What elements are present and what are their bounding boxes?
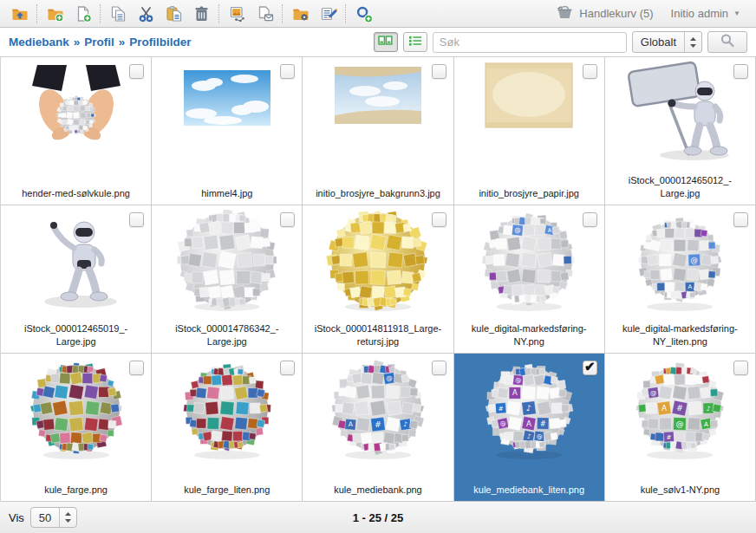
file-name: hender-med-sølvkule.png xyxy=(1,187,151,199)
media-tile[interactable]: @A#♪kule_mediebank.png xyxy=(303,354,453,502)
file-name: iStock_000014811918_Large-retursj.jpg xyxy=(303,322,453,348)
media-tile[interactable]: hender-med-sølvkule.png xyxy=(1,57,152,205)
svg-text:@: @ xyxy=(386,374,393,382)
svg-text:♪: ♪ xyxy=(403,420,407,428)
media-tile[interactable]: initio_brosjyre_papir.jpg xyxy=(454,57,605,205)
svg-text:@: @ xyxy=(537,433,543,440)
breadcrumb-link[interactable]: Mediebank xyxy=(9,36,69,49)
file-name: kule_sølv1-NY.png xyxy=(605,484,755,496)
svg-text:A: A xyxy=(548,227,552,234)
trash-button[interactable] xyxy=(187,3,215,25)
media-tile[interactable]: iStock_000014786342_-Large.jpg xyxy=(152,205,303,354)
svg-text:A: A xyxy=(526,419,531,428)
thumbnail-cubesphere-silver xyxy=(162,210,292,317)
document-add-icon xyxy=(74,5,92,23)
list-view-button[interactable] xyxy=(403,32,427,52)
thumbnail-cubesphere-color-small xyxy=(162,358,292,465)
publish-icon xyxy=(228,5,246,23)
media-tile[interactable]: kule_farge.png xyxy=(1,354,152,502)
folder-add-button[interactable] xyxy=(41,3,68,25)
media-tile[interactable]: iStock_000014811918_Large-retursj.jpg xyxy=(303,205,453,354)
media-tile[interactable]: himmel4.jpg xyxy=(152,57,303,205)
toolbar-separator xyxy=(218,4,219,23)
breadcrumb-link[interactable]: Profilbilder xyxy=(129,36,191,49)
paste-button[interactable] xyxy=(160,3,187,25)
toolbar-group xyxy=(5,3,33,25)
folder-add-icon xyxy=(46,5,64,23)
svg-text:A: A xyxy=(688,283,693,290)
tile-checkbox[interactable] xyxy=(583,212,597,227)
breadcrumb-separator: » xyxy=(119,36,126,49)
media-tile[interactable]: @Akule_digital-markedsføring-NY.png xyxy=(454,205,605,354)
tile-checkbox[interactable] xyxy=(129,361,144,375)
search-button[interactable] xyxy=(707,31,747,53)
svg-text:♪: ♪ xyxy=(526,403,531,413)
page-size-value: 50 xyxy=(39,511,51,524)
media-tile[interactable]: kule_farge_liten.png xyxy=(152,354,303,502)
page-size-select[interactable]: 50 xyxy=(30,507,77,528)
svg-text:A: A xyxy=(349,420,354,428)
toolbar-group xyxy=(286,3,342,25)
document-edit-button[interactable] xyxy=(314,3,342,25)
tile-checkbox[interactable] xyxy=(280,212,295,227)
tile-checkbox[interactable] xyxy=(129,212,144,227)
search-add-button[interactable] xyxy=(349,3,377,25)
mail-document-button[interactable] xyxy=(251,3,278,25)
tile-checkbox[interactable] xyxy=(280,64,295,79)
folder-settings-button[interactable] xyxy=(286,3,314,25)
toolbar-separator xyxy=(345,4,346,23)
file-name: initio_brosjyre_bakgrunn3.jpg xyxy=(303,187,453,199)
file-name: kule_digital-markedsføring-NY.png xyxy=(454,322,604,348)
media-tile[interactable]: @A#♪@A#kule_sølv1-NY.png xyxy=(605,354,756,502)
file-name: iStock_000012465019_-Large.jpg xyxy=(1,322,151,348)
document-edit-icon xyxy=(319,5,337,23)
tile-checkbox[interactable] xyxy=(432,212,446,227)
tile-checkbox[interactable] xyxy=(583,64,597,79)
thumbnail-cubesphere-gold xyxy=(313,210,443,317)
svg-text:#: # xyxy=(676,403,683,413)
file-name: kule_mediebank_liten.png xyxy=(454,484,604,496)
cut-icon xyxy=(137,5,155,23)
folder-settings-icon xyxy=(291,5,310,23)
thumbnail-cubesphere-icons-small: @A#♪@A#♪@ xyxy=(464,358,594,465)
tile-checkbox[interactable] xyxy=(733,212,748,227)
tile-checkbox[interactable] xyxy=(733,361,748,375)
grid-view-button[interactable] xyxy=(374,32,398,52)
media-tile[interactable]: @Akule_digital-markedsføring-NY_liten.pn… xyxy=(605,205,756,354)
file-name: himmel4.jpg xyxy=(152,187,302,199)
list-view-icon xyxy=(408,35,422,49)
media-tile[interactable]: iStock_000012465019_-Large.jpg xyxy=(1,205,152,354)
svg-text:A: A xyxy=(662,404,668,413)
paste-icon xyxy=(165,5,183,23)
svg-text:♪: ♪ xyxy=(527,432,531,440)
cut-button[interactable] xyxy=(132,3,160,25)
svg-text:A: A xyxy=(512,388,518,397)
breadcrumb-link[interactable]: Profil xyxy=(84,36,114,49)
scope-value: Globalt xyxy=(641,36,676,49)
tile-checkbox[interactable] xyxy=(280,361,295,375)
tile-checkbox[interactable] xyxy=(129,64,144,79)
tile-checkbox[interactable] xyxy=(432,361,446,375)
media-tile[interactable]: ✔@A#♪@A#♪@kule_mediebank_liten.png xyxy=(454,354,605,502)
toolbar-group xyxy=(41,3,96,25)
document-add-button[interactable] xyxy=(68,3,96,25)
folder-upload-button[interactable] xyxy=(5,3,33,25)
publish-button[interactable] xyxy=(223,3,251,25)
copy-button[interactable] xyxy=(104,3,132,25)
svg-text:@: @ xyxy=(515,377,521,384)
user-menu[interactable]: Initio admin ▼ xyxy=(671,7,740,20)
file-name: iStock_000012465012_-Large.jpg xyxy=(605,174,755,199)
thumbnail-cubesphere-icons-color: @A#♪@A# xyxy=(615,358,745,465)
user-label: Initio admin xyxy=(671,7,728,20)
search-input[interactable] xyxy=(433,32,627,53)
thumbnail-cubesphere-icons: @A#♪ xyxy=(313,358,443,465)
toolbar-buttons xyxy=(5,3,377,25)
tile-checkbox[interactable] xyxy=(432,64,446,79)
media-tile[interactable]: iStock_000012465012_-Large.jpg xyxy=(605,57,756,205)
basket-button[interactable]: Handlekurv (5) xyxy=(556,4,653,23)
svg-text:@: @ xyxy=(650,389,656,397)
media-tile[interactable]: initio_brosjyre_bakgrunn3.jpg xyxy=(303,57,453,205)
tile-checkbox[interactable] xyxy=(733,64,748,79)
scope-select[interactable]: Globalt xyxy=(632,31,702,53)
tile-checkbox[interactable]: ✔ xyxy=(583,361,597,375)
